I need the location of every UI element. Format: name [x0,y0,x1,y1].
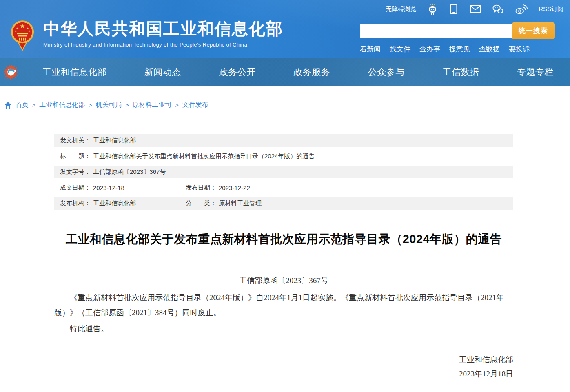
quick-links: 看新闻 找文件 查办事 提意见 查数据 要投诉 [360,44,555,54]
breadcrumb-separator: > [175,102,179,109]
meta-value: 工业和信息化部 [93,199,136,207]
nav-items: 工业和信息化部 新闻动态 政务公开 政务服务 公众参与 工信数据 专题专栏 [30,66,554,78]
rss-link[interactable]: RSS订阅 [539,5,563,13]
site-title: 中华人民共和国工业和信息化部 [43,18,283,39]
main-nav: 工业和信息化部 新闻动态 政务公开 政务服务 公众参与 工信数据 专题专栏 [0,58,570,86]
home-icon[interactable] [4,102,12,109]
quick-link-suggestions[interactable]: 提意见 [449,44,470,54]
breadcrumb-raw-materials-dept[interactable]: 原材料工业司 [133,101,172,109]
meta-label: 发文字号： [60,168,91,176]
nav-item-miit-data[interactable]: 工信数据 [442,66,479,78]
meta-value: 工业和信息化部关于发布重点新材料首批次应用示范指导目录（2024年版）的通告 [93,153,315,160]
document-title: 工业和信息化部关于发布重点新材料首批次应用示范指导目录（2024年版）的通告 [54,231,513,248]
signature-block: 工业和信息化部 2023年12月18日 [54,352,513,381]
breadcrumb-miit[interactable]: 工业和信息化部 [39,101,85,109]
meta-row-publisher-category: 发布机构： 工业和信息化部 分 类： 原材料工业管理 [54,197,513,210]
brand: ★ ★ ★ ★ ★ 中华人民共和国工业和信息化部 Ministry of Ind… [11,18,283,54]
svg-text:★: ★ [20,23,25,29]
nav-item-public-participation[interactable]: 公众参与 [368,66,405,78]
search-input[interactable] [360,24,512,38]
signature-org: 工业和信息化部 [54,352,513,367]
nav-item-news[interactable]: 新闻动态 [144,66,181,78]
nav-item-miit[interactable]: 工业和信息化部 [42,66,107,78]
meta-label: 发文机关： [60,137,91,144]
document-meta-table: 发文机关： 工业和信息化部 标 题： 工业和信息化部关于发布重点新材料首批次应用… [54,134,513,210]
svg-text:★: ★ [28,29,30,32]
document-body: 工信部原函〔2023〕367号 《重点新材料首批次应用示范指导目录（2024年版… [54,275,513,381]
quick-link-complaints[interactable]: 要投诉 [509,44,530,54]
meta-value: 原材料工业管理 [219,199,262,207]
quick-link-files[interactable]: 找文件 [390,44,410,54]
breadcrumb-document-release[interactable]: 文件发布 [182,101,208,109]
site-subtitle: Ministry of Industry and Information Tec… [43,42,283,48]
robot-assistant-icon[interactable] [427,3,438,15]
weibo-icon[interactable] [515,3,528,15]
quick-link-services[interactable]: 查办事 [419,44,440,54]
mobile-icon[interactable] [449,3,459,15]
meta-value: 2023-12-18 [93,184,124,191]
meta-label: 成文日期： [60,184,91,192]
wechat-icon[interactable] [492,4,504,15]
document-paragraph: 《重点新材料首批次应用示范指导目录（2024年版）》自2024年1月1日起实施。… [54,290,513,320]
document-paragraph: 特此通告。 [54,321,513,336]
meta-row-issuing-authority: 发文机关： 工业和信息化部 [54,134,513,147]
search-area: 统一搜索 看新闻 找文件 查办事 提意见 查数据 要投诉 [360,22,555,54]
svg-text:★: ★ [15,29,17,32]
breadcrumb-separator: > [125,102,129,109]
nav-item-special-topics[interactable]: 专题专栏 [517,66,554,78]
meta-value: 2023-12-22 [219,184,250,191]
meta-label: 标 题： [60,153,91,160]
meta-value: 工信部原函〔2023〕367号 [93,168,166,176]
signature-date: 2023年12月18日 [54,367,513,381]
accessibility-link[interactable]: 无障碍浏览 [386,5,416,13]
meta-row-dates: 成文日期： 2023-12-18 发布日期： 2023-12-22 [54,178,513,197]
document-content: 发文机关： 工业和信息化部 标 题： 工业和信息化部关于发布重点新材料首批次应用… [54,134,513,381]
breadcrumb: 首页 > 工业和信息化部 > 机关司局 > 原材料工业司 > 文件发布 [4,101,570,109]
meta-value: 工业和信息化部 [93,137,136,144]
mail-icon[interactable] [470,4,481,15]
unified-search-button[interactable]: 统一搜索 [512,22,555,39]
nav-item-gov-services[interactable]: 政务服务 [293,66,330,78]
breadcrumb-departments[interactable]: 机关司局 [95,101,122,109]
miit-logo-icon [3,64,19,80]
site-header: 无障碍浏览 [0,0,570,58]
meta-label: 发布日期： [186,184,216,192]
nav-item-gov-info[interactable]: 政务公开 [219,66,256,78]
meta-label: 分 类： [186,199,216,207]
topbar: 无障碍浏览 [386,2,563,16]
quick-link-data[interactable]: 查数据 [479,44,500,54]
meta-label: 发布机构： [60,199,91,207]
national-emblem-icon: ★ ★ ★ ★ ★ [11,18,34,54]
breadcrumb-separator: > [32,102,35,109]
meta-row-title: 标 题： 工业和信息化部关于发布重点新材料首批次应用示范指导目录（2024年版）… [54,147,513,166]
document-number: 工信部原函〔2023〕367号 [54,275,513,287]
breadcrumb-home[interactable]: 首页 [16,101,29,109]
meta-row-doc-number: 发文字号： 工信部原函〔2023〕367号 [54,166,513,178]
quick-link-news[interactable]: 看新闻 [360,44,381,54]
breadcrumb-separator: > [89,102,92,109]
